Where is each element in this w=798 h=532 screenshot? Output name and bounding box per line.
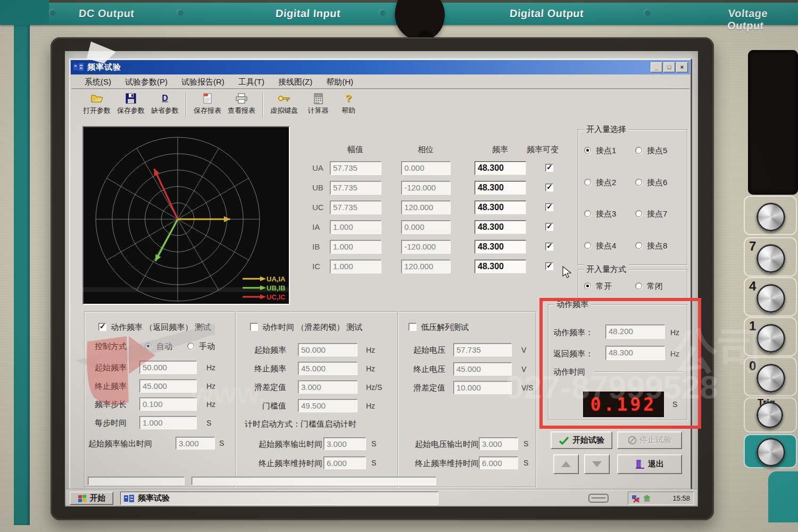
field-input[interactable]: 3.000 — [479, 437, 518, 450]
step-down-button[interactable] — [584, 454, 610, 474]
menu-item-2[interactable]: 试验参数(P) — [118, 77, 174, 87]
toolbar: 打开参数保存参数D缺省参数保存报表查看报表虚拟键盘计算器?帮助 — [71, 89, 689, 120]
key-icon — [278, 92, 290, 105]
close-button[interactable]: × — [676, 62, 688, 72]
network-error-icon[interactable] — [631, 494, 641, 503]
freq-variable-checkbox-ic[interactable]: ✓ — [545, 262, 553, 270]
table-header-1: 幅值 — [347, 145, 363, 155]
toolbar-floppy-button[interactable]: 保存参数 — [114, 92, 148, 119]
keypad-key-blank[interactable] — [744, 196, 797, 235]
field-input[interactable]: 45.000 — [453, 362, 512, 376]
field-input[interactable]: 49.500 — [298, 399, 358, 412]
field-input[interactable]: 3.000 — [323, 437, 366, 450]
device-tray-icon[interactable] — [643, 494, 651, 503]
field-input[interactable]: 45.000 — [139, 379, 197, 393]
contact-radio-2[interactable] — [584, 179, 591, 186]
app-icon — [73, 63, 84, 72]
freq-variable-checkbox-ua[interactable]: ✓ — [545, 164, 553, 172]
freq-variable-checkbox-ib[interactable]: ✓ — [545, 243, 553, 251]
amplitude-input-ic[interactable]: 1.000 — [330, 260, 381, 273]
frequency-input-ib[interactable]: 48.300 — [475, 240, 526, 254]
exit-button[interactable]: 退出 — [617, 454, 682, 474]
test_freq-checkbox[interactable]: ✓ — [98, 323, 106, 331]
taskbar-task-frequency-test[interactable]: 频率试验 — [120, 492, 438, 505]
frequency-input-ia[interactable]: 48.300 — [475, 220, 526, 234]
menu-item-4[interactable]: 工具(T) — [231, 77, 271, 87]
keyboard-icon[interactable] — [588, 494, 610, 503]
freq-variable-checkbox-ia[interactable]: ✓ — [545, 223, 553, 231]
menu-item-1[interactable]: 系统(S) — [78, 77, 118, 87]
test_time-checkbox[interactable] — [250, 323, 258, 331]
menu-item-3[interactable]: 试验报告(R) — [174, 77, 231, 87]
frequency-input-ub[interactable]: 48.300 — [475, 181, 526, 195]
toolbar-calculator-button[interactable]: 计算器 — [301, 92, 335, 119]
amplitude-input-ub[interactable]: 57.735 — [330, 181, 381, 195]
contact-radio-8[interactable] — [635, 242, 642, 249]
device-front-panel: DC OutputDigital InputDigital OutputVolt… — [0, 0, 798, 532]
toolbar-report-button[interactable]: 保存报表 — [190, 92, 225, 119]
toolbar-button-label: 保存报表 — [194, 106, 221, 115]
field-input[interactable]: 57.735 — [453, 343, 512, 356]
start-menu-button[interactable]: 开始 — [70, 492, 113, 505]
field-input[interactable]: 50.000 — [139, 361, 197, 374]
phase-input-ub[interactable]: -120.000 — [401, 181, 451, 195]
toolbar-open-folder-button[interactable]: 打开参数 — [80, 92, 114, 119]
keypad-key-4[interactable]: 4 — [744, 277, 797, 317]
field-input[interactable]: 50.000 — [298, 343, 358, 356]
stop-test-button[interactable]: 停止试验 — [617, 431, 682, 449]
frequency-input-uc[interactable]: 48.300 — [475, 201, 526, 214]
field-unit: S — [371, 439, 376, 448]
field-input[interactable]: 6.000 — [323, 456, 366, 469]
keypad-key-1[interactable]: 1 — [744, 317, 797, 356]
freq-variable-checkbox-uc[interactable]: ✓ — [545, 203, 553, 211]
amplitude-input-ua[interactable]: 57.735 — [330, 161, 381, 175]
toolbar-button-label: 虚拟键盘 — [270, 106, 298, 115]
contact-radio-1[interactable] — [584, 147, 591, 154]
phase-input-ua[interactable]: 0.000 — [401, 161, 451, 175]
keypad-key-7[interactable]: 7 — [744, 237, 797, 277]
amplitude-input-uc[interactable]: 57.735 — [330, 201, 381, 214]
toolbar-printer-button[interactable]: 查看报表 — [225, 92, 259, 119]
contact-radio-5[interactable] — [635, 147, 642, 154]
phase-input-uc[interactable]: 120.000 — [401, 201, 451, 214]
step-up-button[interactable] — [553, 454, 579, 474]
keypad-key-teal[interactable] — [744, 434, 797, 468]
amplitude-input-ia[interactable]: 1.000 — [330, 220, 381, 234]
contact-radio-4[interactable] — [584, 242, 591, 249]
menu-item-6[interactable]: 帮助(H) — [319, 77, 360, 87]
contact-mode-radio-1[interactable] — [584, 282, 591, 289]
key-knob-icon — [757, 244, 785, 273]
field-input[interactable]: 3.000 — [298, 380, 358, 394]
toolbar-default-d-button[interactable]: D缺省参数 — [148, 92, 182, 119]
bezel-teal-corner — [768, 471, 798, 522]
field-input[interactable]: 45.000 — [298, 362, 358, 375]
test_voltage-checkbox[interactable] — [409, 323, 417, 331]
control-mode-radio-2[interactable] — [187, 343, 194, 350]
contact-mode-radio-2[interactable] — [635, 282, 642, 289]
freq-variable-checkbox-ub[interactable]: ✓ — [545, 184, 553, 192]
maximize-button[interactable]: □ — [663, 62, 675, 72]
channel-name: IC — [312, 262, 320, 271]
keypad-key-0[interactable]: 0 — [744, 357, 797, 396]
phase-input-ia[interactable]: 0.000 — [401, 220, 451, 234]
field-input[interactable]: 0.100 — [139, 397, 197, 411]
keypad-key-trig[interactable]: Trig — [744, 397, 797, 433]
field-input[interactable]: 1.000 — [139, 416, 197, 429]
field-input[interactable]: 3.000 — [176, 437, 215, 450]
start-test-button[interactable]: 开始试验 — [551, 431, 612, 449]
toolbar-question-button[interactable]: ?帮助 — [335, 92, 362, 119]
menu-item-5[interactable]: 接线图(Z) — [271, 77, 319, 87]
control-mode-radio-1[interactable] — [145, 343, 152, 350]
status-box — [88, 477, 185, 485]
phase-input-ic[interactable]: 120.000 — [401, 260, 451, 273]
minimize-button[interactable]: _ — [651, 62, 662, 72]
contact-radio-6[interactable] — [635, 179, 642, 186]
field-input[interactable]: 10.000 — [453, 381, 512, 394]
timer-start-note: 计时启动方式：门槛值启动计时 — [245, 419, 356, 429]
toolbar-key-button[interactable]: 虚拟键盘 — [267, 92, 301, 119]
frequency-input-ic[interactable]: 48.300 — [475, 260, 526, 273]
field-input[interactable]: 6.000 — [479, 456, 518, 469]
phase-input-ib[interactable]: -120.000 — [401, 240, 451, 254]
frequency-input-ua[interactable]: 48.300 — [475, 161, 526, 175]
amplitude-input-ib[interactable]: 1.000 — [330, 240, 381, 254]
